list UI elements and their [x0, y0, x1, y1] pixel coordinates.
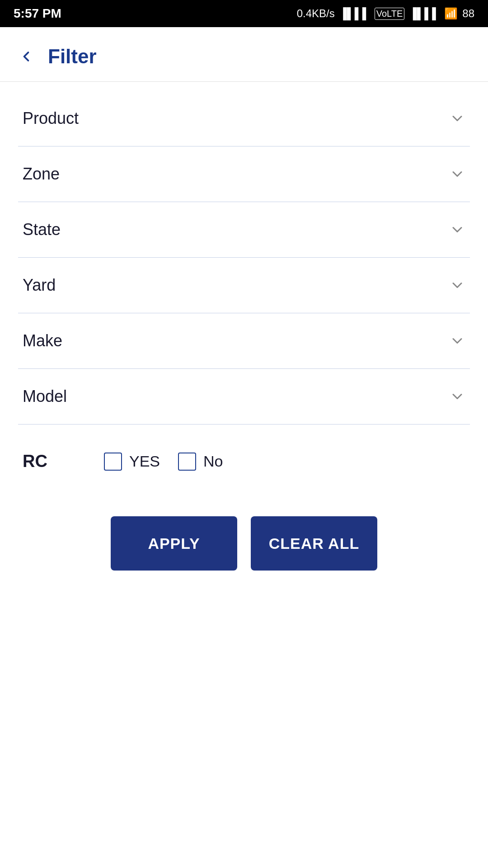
chevron-down-icon-product [449, 110, 465, 127]
filter-label-state: State [23, 220, 61, 239]
rc-yes-checkbox-box[interactable] [104, 453, 122, 471]
filter-label-model: Model [23, 387, 67, 406]
rc-yes-checkbox[interactable]: YES [104, 453, 160, 471]
page-title: Filter [48, 45, 97, 68]
filter-label-zone: Zone [23, 165, 60, 184]
rc-label: RC [23, 452, 59, 471]
filter-item-model[interactable]: Model [18, 369, 470, 425]
battery-indicator: 88 [462, 7, 474, 20]
status-time: 5:57 PM [14, 6, 61, 21]
chevron-down-icon-zone [449, 166, 465, 182]
chevron-down-icon-state [449, 222, 465, 238]
chevron-down-icon-model [449, 388, 465, 405]
rc-yes-label: YES [129, 453, 160, 470]
chevron-down-icon-make [449, 333, 465, 349]
signal-bars2-icon: ▐▌▌▌ [409, 7, 440, 20]
button-row: APPLY CLEAR ALL [0, 489, 488, 589]
volte-icon: VoLTE [375, 8, 405, 20]
status-icons: 0.4KB/s ▐▌▌▌ VoLTE ▐▌▌▌ 📶 88 [297, 7, 474, 20]
header: Filter [0, 27, 488, 82]
status-bar: 5:57 PM 0.4KB/s ▐▌▌▌ VoLTE ▐▌▌▌ 📶 88 [0, 0, 488, 27]
filter-item-product[interactable]: Product [18, 91, 470, 146]
filter-item-make[interactable]: Make [18, 313, 470, 369]
filter-label-make: Make [23, 331, 62, 350]
filter-label-yard: Yard [23, 276, 56, 295]
network-speed: 0.4KB/s [297, 7, 335, 20]
filter-list: Product Zone State Yard Make Model [0, 82, 488, 434]
filter-label-product: Product [23, 109, 79, 128]
filter-item-yard[interactable]: Yard [18, 258, 470, 313]
back-button[interactable] [18, 48, 34, 65]
filter-item-state[interactable]: State [18, 202, 470, 258]
chevron-down-icon-yard [449, 277, 465, 293]
rc-section: RC YES No [0, 434, 488, 489]
apply-button[interactable]: APPLY [111, 516, 237, 571]
clear-all-button[interactable]: CLEAR ALL [251, 516, 377, 571]
rc-no-label: No [203, 453, 223, 470]
rc-no-checkbox-box[interactable] [178, 453, 196, 471]
wifi-icon: 📶 [444, 7, 458, 20]
signal-bars-icon: ▐▌▌▌ [339, 7, 370, 20]
rc-no-checkbox[interactable]: No [178, 453, 223, 471]
filter-item-zone[interactable]: Zone [18, 146, 470, 202]
rc-checkbox-group: YES No [104, 453, 223, 471]
